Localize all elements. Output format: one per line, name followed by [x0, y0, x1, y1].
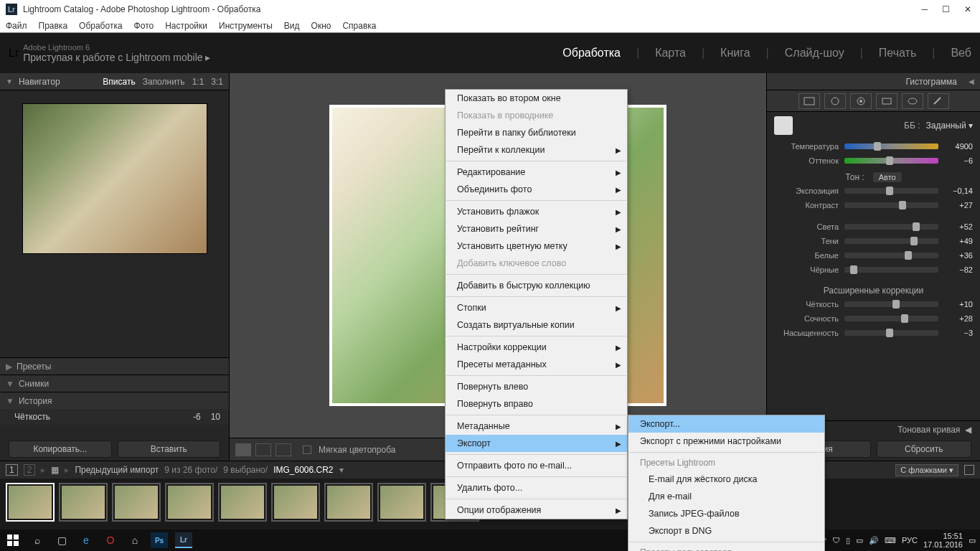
flag-filter-icon[interactable]	[964, 465, 974, 475]
slider-Сочность[interactable]: Сочность+28	[767, 311, 980, 326]
slider-Чёткость[interactable]: Чёткость+10	[767, 297, 980, 311]
export-preset-Экспорт в DNG[interactable]: Экспорт в DNG	[628, 522, 824, 540]
module-Обработка[interactable]: Обработка	[562, 47, 621, 60]
loupe-view-icon[interactable]	[235, 443, 251, 456]
tray-clock[interactable]: 15:51 17.01.2016	[923, 532, 963, 549]
ctx-Стопки[interactable]: Стопки▶	[446, 299, 627, 316]
copy-button[interactable]: Копировать...	[9, 441, 112, 458]
search-icon[interactable]: ⌕	[29, 532, 46, 548]
home-icon[interactable]: ⌂	[126, 532, 143, 548]
slider-Белые[interactable]: Белые+36	[767, 248, 980, 263]
ctx-Редактирование[interactable]: Редактирование▶	[446, 164, 627, 181]
menu-Вид[interactable]: Вид	[284, 21, 300, 31]
filmstrip-thumb[interactable]	[59, 483, 108, 522]
menu-Инструменты[interactable]: Инструменты	[219, 21, 273, 31]
histogram-header[interactable]: Гистограмма◀	[767, 73, 980, 90]
module-Печать[interactable]: Печать	[879, 47, 916, 60]
nav-zoom-Заполнить[interactable]: Заполнить	[143, 77, 185, 87]
filmstrip-thumb[interactable]	[271, 483, 320, 522]
ctx-Показать во втором окне[interactable]: Показать во втором окне	[446, 90, 627, 107]
ctx-Установить флажок[interactable]: Установить флажок▶	[446, 203, 627, 220]
tray-bluetooth-icon[interactable]: ▯	[846, 536, 850, 545]
filmstrip-thumb[interactable]	[6, 483, 55, 522]
radial-tool-icon[interactable]	[902, 93, 923, 109]
filter-dropdown[interactable]: С флажками ▾	[895, 464, 958, 476]
brush-tool-icon[interactable]	[928, 93, 949, 109]
slider-Оттенок[interactable]: Оттенок−6	[767, 154, 980, 168]
brand-subtitle[interactable]: Приступая к работе с Lightroom mobile ▸	[23, 52, 210, 63]
ctx-Установить рейтинг[interactable]: Установить рейтинг▶	[446, 220, 627, 237]
softproof-checkbox[interactable]	[303, 446, 311, 454]
spot-tool-icon[interactable]	[824, 93, 846, 109]
ctx-Опции отображения[interactable]: Опции отображения▶	[446, 501, 627, 519]
tray-network-icon[interactable]: ▭	[856, 536, 863, 545]
export-preset-Для e-mail[interactable]: Для e-mail	[628, 488, 824, 505]
wb-dropdown[interactable]: Заданный ▾	[925, 121, 973, 131]
ctx-Установить цветную метку[interactable]: Установить цветную метку▶	[446, 237, 627, 255]
ctx-Метаданные[interactable]: Метаданные▶	[446, 418, 627, 435]
module-Карта[interactable]: Карта	[655, 47, 686, 60]
nav-zoom-Вписать[interactable]: Вписать	[103, 77, 135, 87]
filmstrip-thumb[interactable]	[218, 483, 267, 522]
filmstrip-thumb[interactable]	[112, 483, 161, 522]
slider-Контраст[interactable]: Контраст+27	[767, 198, 980, 212]
filmstrip-thumb[interactable]	[377, 483, 426, 522]
module-Слайд-шоу[interactable]: Слайд-шоу	[785, 47, 844, 60]
slider-Света[interactable]: Света+52	[767, 220, 980, 234]
menu-Настройки[interactable]: Настройки	[165, 21, 207, 31]
tray-volume-icon[interactable]: 🔊	[869, 536, 879, 545]
tray-keyboard-icon[interactable]: ⌨	[885, 536, 896, 545]
slider-Чёрные[interactable]: Чёрные−82	[767, 263, 980, 277]
opera-icon[interactable]: O	[102, 532, 119, 548]
maximize-button[interactable]: ☐	[942, 4, 950, 14]
module-Книга[interactable]: Книга	[720, 47, 750, 60]
tray-notifications-icon[interactable]: ▭	[969, 536, 976, 545]
ctx-Объединить фото[interactable]: Объединить фото▶	[446, 181, 627, 198]
redeye-tool-icon[interactable]	[850, 93, 872, 109]
ctx-Настройки коррекции[interactable]: Настройки коррекции▶	[446, 339, 627, 356]
edge-icon[interactable]: e	[77, 532, 95, 548]
menu-Фото[interactable]: Фото	[134, 21, 154, 31]
slider-Тени[interactable]: Тени+49	[767, 234, 980, 248]
menu-Справка[interactable]: Справка	[342, 21, 376, 31]
history-header[interactable]: ▼История	[0, 392, 229, 409]
auto-tone-button[interactable]: Авто	[873, 172, 902, 182]
nav-zoom-1:1[interactable]: 1:1	[192, 77, 204, 87]
filmstrip-thumb[interactable]	[165, 483, 214, 522]
ctx-Пресеты метаданных[interactable]: Пресеты метаданных▶	[446, 356, 627, 373]
ctx-Повернуть влево[interactable]: Повернуть влево	[446, 378, 627, 395]
reset-button[interactable]: Сбросить	[877, 441, 972, 458]
navigator-preview[interactable]	[22, 103, 207, 254]
export-preset-E-mail для жёсткого диска[interactable]: E-mail для жёсткого диска	[628, 471, 824, 488]
task-view-icon[interactable]: ▢	[53, 532, 70, 548]
grad-tool-icon[interactable]	[876, 93, 897, 109]
slider-Насыщенность[interactable]: Насыщенность−3	[767, 326, 980, 340]
snapshots-header[interactable]: ▼Снимки	[0, 375, 229, 392]
ctx-Создать виртуальные копии[interactable]: Создать виртуальные копии	[446, 316, 627, 334]
menu-Правка[interactable]: Правка	[39, 21, 68, 31]
ctx-Добавить в быструю коллекцию[interactable]: Добавить в быструю коллекцию	[446, 277, 627, 294]
close-button[interactable]: ✕	[964, 4, 971, 14]
filmstrip-thumb[interactable]	[324, 483, 373, 522]
ctx-Перейти в папку библиотеки[interactable]: Перейти в папку библиотеки	[446, 124, 627, 141]
export-Экспорт...[interactable]: Экспорт...	[628, 415, 824, 433]
ctx-Повернуть вправо[interactable]: Повернуть вправо	[446, 395, 627, 413]
source-label[interactable]: Предыдущий импорт	[75, 465, 159, 475]
module-Веб[interactable]: Веб	[951, 47, 971, 60]
eyedropper-icon[interactable]	[774, 116, 793, 135]
tray-security-icon[interactable]: 🛡	[832, 536, 840, 545]
menu-Обработка[interactable]: Обработка	[79, 21, 123, 31]
photoshop-icon[interactable]: Ps	[151, 532, 168, 548]
before-after-icon[interactable]	[255, 443, 271, 456]
crop-tool-icon[interactable]	[798, 93, 820, 109]
tray-language[interactable]: РУС	[902, 536, 918, 545]
grid-view-icon[interactable]: ▦	[51, 465, 59, 475]
history-item[interactable]: Чёткость -610	[0, 409, 229, 425]
ctx-Экспорт[interactable]: Экспорт▶	[446, 435, 627, 452]
start-button[interactable]	[4, 532, 22, 548]
navigator-header[interactable]: ▼ Навигатор ВписатьЗаполнить1:13:1	[0, 73, 229, 90]
slider-Температура[interactable]: Температура4900	[767, 139, 980, 154]
export-preset-Запись JPEG-файлов[interactable]: Запись JPEG-файлов	[628, 505, 824, 522]
ctx-Отправить фото по e-mail...[interactable]: Отправить фото по e-mail...	[446, 457, 627, 474]
export-Экспорт с прежними настройками[interactable]: Экспорт с прежними настройками	[628, 433, 824, 450]
